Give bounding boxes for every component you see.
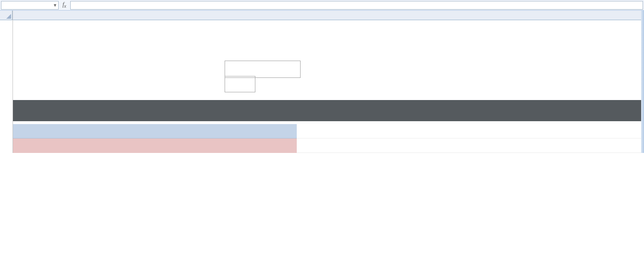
phase-2-title bbox=[13, 139, 297, 153]
phase-1-title bbox=[13, 124, 297, 139]
column-headers bbox=[13, 11, 644, 20]
name-box[interactable]: ▼ bbox=[1, 1, 59, 10]
phase-2-row[interactable] bbox=[13, 139, 644, 153]
formula-bar: ▼ fx bbox=[0, 0, 644, 11]
display-week-value[interactable] bbox=[225, 76, 255, 92]
chevron-down-icon[interactable]: ▼ bbox=[53, 3, 57, 8]
th-assigned bbox=[97, 100, 178, 121]
project-start-value[interactable] bbox=[225, 61, 301, 78]
th-task bbox=[13, 100, 97, 121]
th-end bbox=[258, 100, 297, 121]
th-start bbox=[223, 100, 258, 121]
scroll-edge bbox=[641, 11, 644, 153]
week-headers bbox=[297, 78, 644, 92]
spreadsheet bbox=[0, 11, 644, 153]
phase-1-row[interactable] bbox=[13, 124, 644, 139]
select-all-corner[interactable] bbox=[0, 11, 13, 20]
day-of-week-headers bbox=[297, 100, 644, 121]
formula-input[interactable] bbox=[70, 1, 643, 10]
grid bbox=[13, 11, 644, 153]
th-progress bbox=[178, 100, 223, 121]
fx-icon[interactable]: fx bbox=[63, 1, 66, 9]
row-headers bbox=[0, 11, 13, 153]
sheet-content[interactable] bbox=[13, 20, 644, 153]
table-header-row bbox=[13, 100, 644, 121]
